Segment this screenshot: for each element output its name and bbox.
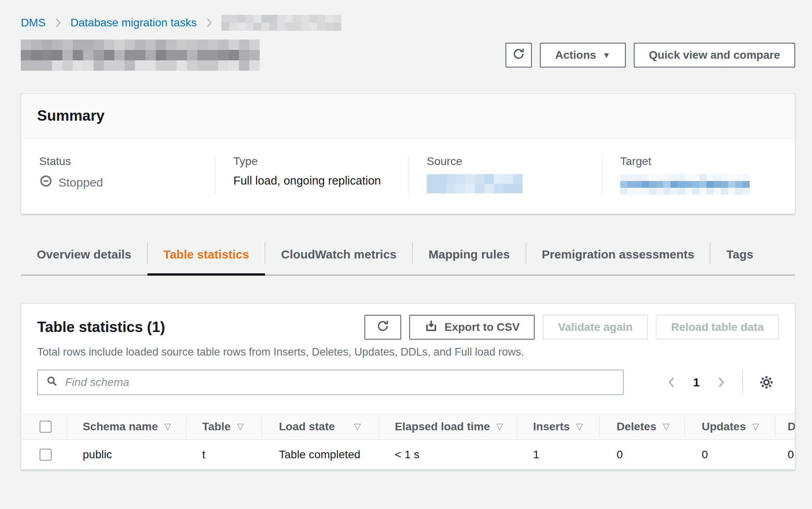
type-value: Full load, ongoing replication <box>233 174 392 187</box>
sort-icon[interactable]: ▽ <box>237 422 244 432</box>
sort-icon[interactable]: ▽ <box>663 422 670 432</box>
select-all-checkbox[interactable] <box>40 421 52 433</box>
breadcrumb-link-dms[interactable]: DMS <box>21 16 46 29</box>
breadcrumb: DMS Database migration tasks <box>21 0 795 32</box>
current-page: 1 <box>693 376 700 389</box>
reload-table-data-button[interactable]: Reload table data <box>656 315 779 340</box>
column-header-deletes[interactable]: Deletes▽ <box>599 414 684 439</box>
column-header-schema-name[interactable]: Schema name▽ <box>66 414 186 439</box>
search-icon <box>46 375 59 390</box>
tab-cloudwatch-metrics[interactable]: CloudWatch metrics <box>265 241 412 274</box>
cell-inserts: 1 <box>517 440 599 469</box>
cell-load-state: Table completed <box>261 440 378 469</box>
select-all-cell <box>21 414 66 439</box>
gear-icon <box>758 374 775 391</box>
table: Schema name▽ Table▽ Load state▽ Elapsed … <box>21 414 795 469</box>
breadcrumb-link-tasks[interactable]: Database migration tasks <box>70 16 197 29</box>
actions-button[interactable]: Actions ▼ <box>540 43 625 68</box>
tab-bar: Overview details Table statistics CloudW… <box>21 241 795 276</box>
cell-updates: 0 <box>684 440 775 469</box>
sort-icon[interactable]: ▽ <box>576 422 583 432</box>
header-actions: Actions ▼ Quick view and compare <box>506 43 795 68</box>
cell-ddls: 0 <box>775 440 795 469</box>
breadcrumb-current-redacted <box>221 15 341 31</box>
column-header-elapsed-load-time[interactable]: Elapsed load time▽ <box>378 414 517 439</box>
sort-icon[interactable]: ▽ <box>164 422 171 432</box>
page: DMS Database migration tasks Actions ▼ Q… <box>21 0 795 470</box>
status-value: Stopped <box>39 174 199 191</box>
tab-tags[interactable]: Tags <box>710 241 769 274</box>
table-statistics-panel: Table statistics (1) Export to CSV Valid… <box>21 303 795 470</box>
pagination: 1 <box>666 370 775 395</box>
stopped-icon <box>39 174 53 191</box>
tab-overview-details[interactable]: Overview details <box>21 241 147 274</box>
page-title-redacted <box>21 40 260 71</box>
column-header-inserts[interactable]: Inserts▽ <box>517 414 599 439</box>
cell-schema-name: public <box>66 440 186 469</box>
cell-deletes: 0 <box>599 440 684 469</box>
source-label: Source <box>427 155 585 168</box>
reload-label: Reload table data <box>671 321 764 334</box>
export-to-csv-button[interactable]: Export to CSV <box>409 315 535 340</box>
column-header-updates[interactable]: Updates▽ <box>684 414 775 439</box>
toolbar-divider <box>742 370 743 395</box>
cell-elapsed-load-time: < 1 s <box>378 440 517 469</box>
table-scroll-area: Schema name▽ Table▽ Load state▽ Elapsed … <box>21 414 795 469</box>
table-refresh-button[interactable] <box>364 315 401 340</box>
chevron-right-icon <box>204 17 214 29</box>
summary-body: Status Stopped Type Full load, ongoing r… <box>21 139 795 214</box>
validate-again-button[interactable]: Validate again <box>543 315 648 340</box>
status-text: Stopped <box>58 176 103 189</box>
panel-description: Total rows include loaded source table r… <box>21 340 795 358</box>
cell-table: t <box>186 440 261 469</box>
panel-title: Table statistics (1) <box>37 319 165 336</box>
settings-gear-button[interactable] <box>758 374 775 391</box>
column-header-table[interactable]: Table▽ <box>186 414 261 439</box>
target-value-redacted[interactable] <box>620 174 779 195</box>
target-label: Target <box>620 155 779 168</box>
summary-field-status: Status Stopped <box>21 155 215 195</box>
summary-card: Summary Status Stopped Type Full load, o… <box>21 93 795 214</box>
source-value-redacted[interactable] <box>427 174 585 193</box>
refresh-icon <box>512 47 525 64</box>
refresh-icon <box>376 319 390 336</box>
quick-view-and-compare-button[interactable]: Quick view and compare <box>634 43 795 68</box>
column-header-ddls[interactable]: DDLs▽ <box>775 414 795 439</box>
table-header-row: Schema name▽ Table▽ Load state▽ Elapsed … <box>21 414 795 440</box>
page-header: Actions ▼ Quick view and compare <box>21 38 795 72</box>
export-label: Export to CSV <box>444 321 519 334</box>
status-label: Status <box>39 155 199 168</box>
tab-mapping-rules[interactable]: Mapping rules <box>412 241 525 274</box>
next-page-button[interactable] <box>715 376 727 389</box>
table-toolbar: 1 <box>21 358 795 395</box>
summary-field-source: Source <box>408 155 601 195</box>
table-row: public t Table completed < 1 s 1 0 0 0 <box>21 440 795 469</box>
refresh-button[interactable] <box>506 43 532 68</box>
sort-icon[interactable]: ▽ <box>752 422 759 432</box>
caret-down-icon: ▼ <box>603 51 611 59</box>
previous-page-button[interactable] <box>666 376 678 389</box>
search-box <box>37 370 624 395</box>
summary-field-type: Type Full load, ongoing replication <box>215 155 408 195</box>
download-icon <box>424 319 438 336</box>
panel-actions: Export to CSV Validate again Reload tabl… <box>364 315 779 340</box>
row-checkbox[interactable] <box>40 449 52 461</box>
summary-title: Summary <box>37 107 779 124</box>
sort-icon[interactable]: ▽ <box>496 422 503 432</box>
tab-table-statistics[interactable]: Table statistics <box>147 241 265 274</box>
summary-header: Summary <box>21 94 795 139</box>
type-label: Type <box>233 155 392 168</box>
actions-button-label: Actions <box>555 49 596 62</box>
chevron-right-icon <box>53 17 63 29</box>
sort-icon[interactable]: ▽ <box>354 422 361 432</box>
quick-view-label: Quick view and compare <box>649 49 780 62</box>
validate-label: Validate again <box>558 321 633 334</box>
summary-field-target: Target <box>601 155 795 195</box>
column-header-load-state[interactable]: Load state▽ <box>261 414 378 439</box>
tab-premigration-assessments[interactable]: Premigration assessments <box>526 241 710 274</box>
search-input[interactable] <box>65 376 615 389</box>
